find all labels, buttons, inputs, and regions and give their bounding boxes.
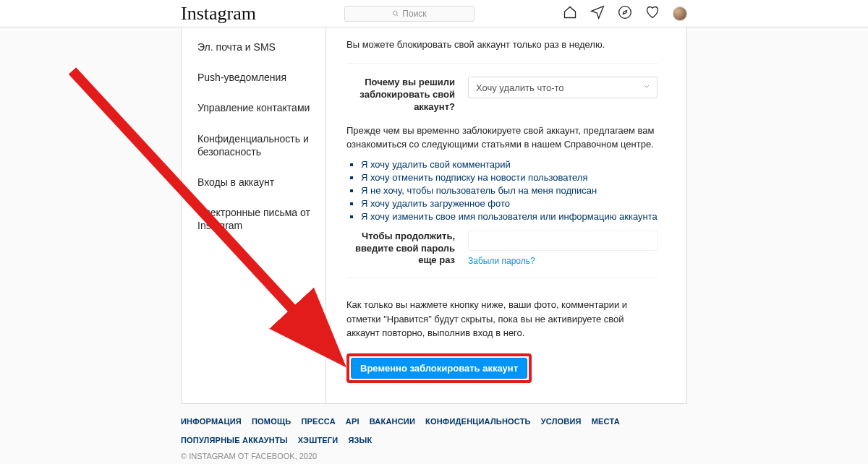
footer-link[interactable]: ПОМОЩЬ bbox=[252, 417, 292, 426]
reason-label: Почему вы решили заблокировать свой акка… bbox=[346, 77, 455, 113]
reason-row: Почему вы решили заблокировать свой акка… bbox=[346, 77, 658, 113]
footer-links: ИНФОРМАЦИЯ ПОМОЩЬ ПРЕССА API ВАКАНСИИ КО… bbox=[181, 417, 687, 444]
disable-account-button[interactable]: Временно заблокировать аккаунт bbox=[351, 358, 527, 379]
search-input[interactable]: Поиск bbox=[344, 6, 475, 22]
help-intro: Прежде чем вы временно заблокируете свой… bbox=[346, 124, 658, 152]
svg-point-2 bbox=[619, 7, 631, 19]
separator bbox=[346, 277, 658, 278]
separator bbox=[346, 63, 658, 64]
help-link[interactable]: Я хочу удалить загруженное фото bbox=[361, 198, 510, 209]
activity-icon[interactable] bbox=[645, 5, 660, 22]
intro-text: Вы можете блокировать свой аккаунт тольк… bbox=[346, 39, 658, 50]
help-links: Я хочу удалить свой комментарий Я хочу о… bbox=[346, 159, 658, 222]
sidebar-item-emails-from-ig[interactable]: Электронные письма от Instagram bbox=[182, 197, 326, 241]
final-note: Как только вы нажмете кнопку ниже, ваши … bbox=[346, 298, 658, 340]
sidebar: Эл. почта и SMS Push-уведомления Управле… bbox=[182, 27, 326, 403]
footer-link[interactable]: КОНФИДЕНЦИАЛЬНОСТЬ bbox=[425, 417, 531, 426]
help-link[interactable]: Я хочу отменить подписку на новости поль… bbox=[361, 172, 587, 183]
annotation-highlight: Временно заблокировать аккаунт bbox=[346, 353, 532, 383]
messages-icon[interactable] bbox=[590, 5, 605, 22]
svg-point-0 bbox=[393, 11, 398, 15]
help-link[interactable]: Я хочу удалить свой комментарий bbox=[361, 159, 511, 170]
sidebar-item-contacts[interactable]: Управление контактами bbox=[182, 93, 326, 123]
password-label: Чтобы продолжить, введите свой пароль ещ… bbox=[346, 231, 455, 267]
explore-icon[interactable] bbox=[618, 5, 632, 22]
help-link[interactable]: Я хочу изменить свое имя пользователя ил… bbox=[361, 211, 658, 222]
sidebar-item-label: Эл. почта и SMS bbox=[197, 41, 276, 53]
footer-copyright: © INSTAGRAM ОТ FACEBOOK, 2020 bbox=[181, 452, 687, 460]
nav-icons bbox=[563, 5, 687, 22]
sidebar-item-login-activity[interactable]: Входы в аккаунт bbox=[182, 167, 326, 197]
forgot-password-link[interactable]: Забыли пароль? bbox=[468, 256, 535, 266]
page: Эл. почта и SMS Push-уведомления Управле… bbox=[0, 27, 868, 404]
footer-link[interactable]: ЯЗЫК bbox=[348, 436, 372, 444]
reason-selected-value: Хочу удалить что-то bbox=[476, 82, 564, 93]
chevron-down-icon bbox=[642, 82, 651, 93]
sidebar-item-email-sms[interactable]: Эл. почта и SMS bbox=[182, 32, 326, 62]
sidebar-item-label: Конфиденциальность и безопасность bbox=[197, 133, 309, 158]
search-placeholder: Поиск bbox=[402, 9, 426, 19]
password-input[interactable] bbox=[468, 231, 658, 251]
sidebar-item-privacy[interactable]: Конфиденциальность и безопасность bbox=[182, 124, 326, 167]
sidebar-item-push[interactable]: Push-уведомления bbox=[182, 62, 326, 93]
sidebar-item-label: Электронные письма от Instagram bbox=[197, 207, 310, 231]
footer-link[interactable]: ХЭШТЕГИ bbox=[298, 436, 339, 444]
password-row: Чтобы продолжить, введите свой пароль ещ… bbox=[346, 231, 658, 267]
top-bar-inner: Instagram Поиск bbox=[181, 3, 687, 25]
footer-link[interactable]: УСЛОВИЯ bbox=[541, 417, 582, 426]
reason-select[interactable]: Хочу удалить что-то bbox=[468, 77, 658, 98]
help-link[interactable]: Я не хочу, чтобы пользователь был на мен… bbox=[361, 185, 597, 196]
footer-link[interactable]: ВАКАНСИИ bbox=[370, 417, 415, 426]
sidebar-item-label: Входы в аккаунт bbox=[197, 176, 274, 188]
svg-line-1 bbox=[397, 14, 399, 16]
brand-logo[interactable]: Instagram bbox=[181, 3, 256, 25]
avatar[interactable] bbox=[673, 7, 687, 21]
footer-link[interactable]: API bbox=[346, 417, 359, 426]
top-bar: Instagram Поиск bbox=[0, 0, 868, 27]
content: Вы можете блокировать свой аккаунт тольк… bbox=[326, 27, 686, 403]
sidebar-item-label: Управление контактами bbox=[197, 102, 310, 113]
footer-link[interactable]: ПРЕССА bbox=[301, 417, 335, 426]
footer-link[interactable]: МЕСТА bbox=[592, 417, 620, 426]
settings-card: Эл. почта и SMS Push-уведомления Управле… bbox=[181, 27, 687, 404]
footer-link[interactable]: ИНФОРМАЦИЯ bbox=[181, 417, 242, 426]
footer: ИНФОРМАЦИЯ ПОМОЩЬ ПРЕССА API ВАКАНСИИ КО… bbox=[181, 417, 687, 460]
home-icon[interactable] bbox=[563, 5, 577, 22]
search-icon bbox=[392, 10, 399, 17]
footer-link[interactable]: ПОПУЛЯРНЫЕ АККАУНТЫ bbox=[181, 436, 288, 444]
sidebar-item-label: Push-уведомления bbox=[197, 72, 286, 83]
